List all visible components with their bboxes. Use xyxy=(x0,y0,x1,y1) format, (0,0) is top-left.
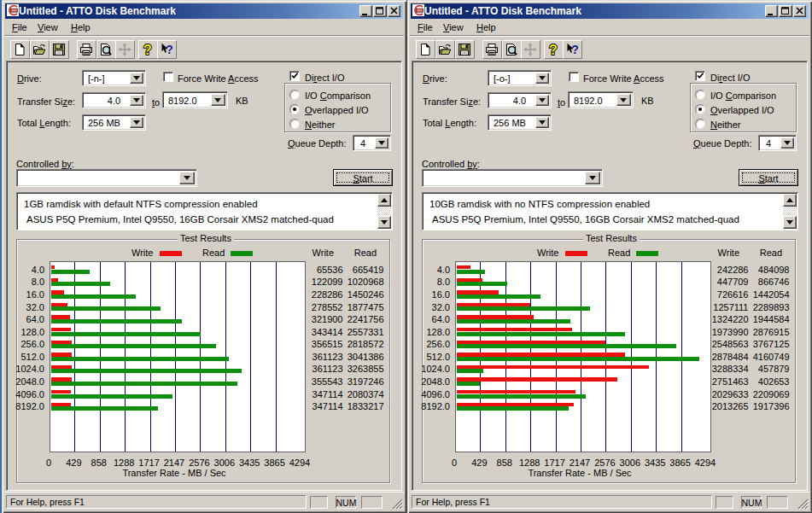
svg-text:?: ? xyxy=(549,43,558,57)
svg-text:?: ? xyxy=(143,43,152,57)
svg-text:?: ? xyxy=(571,43,579,56)
svg-text:?: ? xyxy=(166,43,173,56)
